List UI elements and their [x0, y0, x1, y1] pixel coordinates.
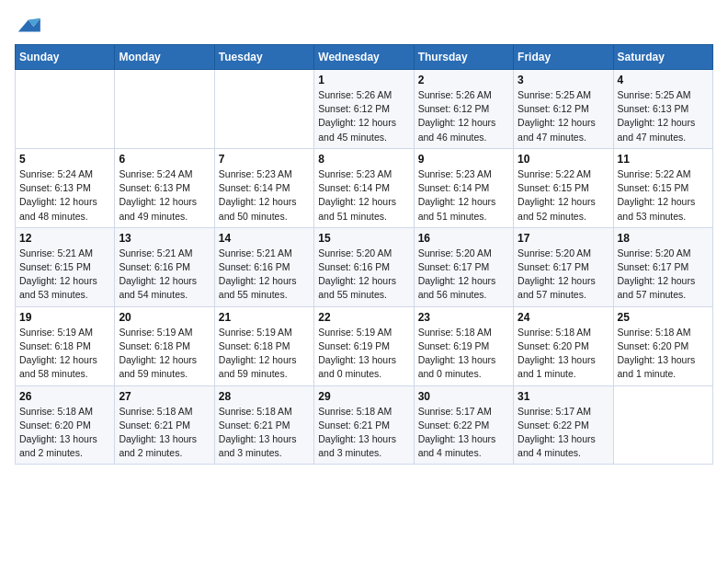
calendar-cell: 5Sunrise: 5:24 AM Sunset: 6:13 PM Daylig… [16, 148, 115, 227]
calendar-cell: 8Sunrise: 5:23 AM Sunset: 6:14 PM Daylig… [314, 148, 414, 227]
page-header [15, 15, 713, 37]
day-header-saturday: Saturday [613, 45, 712, 70]
day-info: Sunrise: 5:19 AM Sunset: 6:18 PM Dayligh… [219, 326, 310, 382]
calendar-cell: 21Sunrise: 5:19 AM Sunset: 6:18 PM Dayli… [214, 306, 313, 385]
calendar-cell: 26Sunrise: 5:18 AM Sunset: 6:20 PM Dayli… [16, 385, 115, 465]
day-number: 14 [219, 232, 310, 245]
day-info: Sunrise: 5:26 AM Sunset: 6:12 PM Dayligh… [418, 88, 509, 144]
day-number: 13 [119, 232, 210, 245]
day-info: Sunrise: 5:18 AM Sunset: 6:19 PM Dayligh… [418, 326, 509, 382]
calendar-week-row: 1Sunrise: 5:26 AM Sunset: 6:12 PM Daylig… [16, 70, 713, 149]
day-header-friday: Friday [514, 45, 613, 70]
day-info: Sunrise: 5:23 AM Sunset: 6:14 PM Dayligh… [318, 167, 409, 224]
day-info: Sunrise: 5:20 AM Sunset: 6:17 PM Dayligh… [518, 247, 609, 303]
day-info: Sunrise: 5:17 AM Sunset: 6:22 PM Dayligh… [418, 405, 509, 461]
day-info: Sunrise: 5:23 AM Sunset: 6:14 PM Dayligh… [219, 167, 310, 224]
day-header-thursday: Thursday [414, 45, 513, 70]
calendar-cell: 14Sunrise: 5:21 AM Sunset: 6:16 PM Dayli… [214, 227, 313, 306]
day-number: 4 [618, 74, 709, 86]
calendar-cell [214, 70, 313, 149]
day-info: Sunrise: 5:18 AM Sunset: 6:20 PM Dayligh… [19, 405, 110, 461]
calendar-cell: 9Sunrise: 5:23 AM Sunset: 6:14 PM Daylig… [414, 148, 513, 227]
calendar-cell [115, 70, 214, 149]
calendar-cell: 15Sunrise: 5:20 AM Sunset: 6:16 PM Dayli… [314, 227, 414, 306]
calendar-cell [613, 385, 712, 465]
day-info: Sunrise: 5:25 AM Sunset: 6:12 PM Dayligh… [518, 88, 609, 144]
calendar-cell: 7Sunrise: 5:23 AM Sunset: 6:14 PM Daylig… [214, 148, 313, 227]
day-number: 6 [119, 153, 210, 166]
day-info: Sunrise: 5:24 AM Sunset: 6:13 PM Dayligh… [19, 167, 110, 224]
day-info: Sunrise: 5:21 AM Sunset: 6:16 PM Dayligh… [119, 247, 210, 303]
day-number: 29 [318, 390, 409, 403]
day-info: Sunrise: 5:21 AM Sunset: 6:16 PM Dayligh… [219, 247, 310, 303]
calendar-cell: 19Sunrise: 5:19 AM Sunset: 6:18 PM Dayli… [16, 306, 115, 385]
day-number: 1 [318, 74, 409, 86]
calendar-week-row: 12Sunrise: 5:21 AM Sunset: 6:15 PM Dayli… [16, 227, 713, 306]
day-number: 26 [19, 390, 110, 403]
day-number: 21 [219, 311, 310, 324]
day-number: 24 [518, 311, 609, 324]
day-number: 20 [119, 311, 210, 324]
day-number: 17 [518, 232, 609, 245]
calendar-cell: 3Sunrise: 5:25 AM Sunset: 6:12 PM Daylig… [514, 70, 613, 149]
day-info: Sunrise: 5:22 AM Sunset: 6:15 PM Dayligh… [518, 167, 609, 224]
calendar-week-row: 19Sunrise: 5:19 AM Sunset: 6:18 PM Dayli… [16, 306, 713, 385]
day-info: Sunrise: 5:21 AM Sunset: 6:15 PM Dayligh… [19, 247, 110, 303]
calendar-cell: 17Sunrise: 5:20 AM Sunset: 6:17 PM Dayli… [514, 227, 613, 306]
calendar-cell: 12Sunrise: 5:21 AM Sunset: 6:15 PM Dayli… [16, 227, 115, 306]
day-number: 28 [219, 390, 310, 403]
day-info: Sunrise: 5:18 AM Sunset: 6:21 PM Dayligh… [219, 405, 310, 461]
calendar-cell: 20Sunrise: 5:19 AM Sunset: 6:18 PM Dayli… [115, 306, 214, 385]
day-info: Sunrise: 5:22 AM Sunset: 6:15 PM Dayligh… [618, 167, 709, 224]
calendar-cell: 27Sunrise: 5:18 AM Sunset: 6:21 PM Dayli… [115, 385, 214, 465]
day-header-tuesday: Tuesday [214, 45, 313, 70]
day-info: Sunrise: 5:20 AM Sunset: 6:17 PM Dayligh… [618, 247, 709, 303]
day-info: Sunrise: 5:18 AM Sunset: 6:20 PM Dayligh… [518, 326, 609, 382]
day-info: Sunrise: 5:23 AM Sunset: 6:14 PM Dayligh… [418, 167, 509, 224]
day-number: 8 [318, 153, 409, 166]
calendar-cell: 13Sunrise: 5:21 AM Sunset: 6:16 PM Dayli… [115, 227, 214, 306]
day-number: 7 [219, 153, 310, 166]
calendar-cell: 28Sunrise: 5:18 AM Sunset: 6:21 PM Dayli… [214, 385, 313, 465]
day-number: 30 [418, 390, 509, 403]
day-info: Sunrise: 5:18 AM Sunset: 6:21 PM Dayligh… [318, 405, 409, 461]
calendar-header-row: SundayMondayTuesdayWednesdayThursdayFrid… [16, 45, 713, 70]
calendar-cell: 4Sunrise: 5:25 AM Sunset: 6:13 PM Daylig… [613, 70, 712, 149]
day-number: 18 [618, 232, 709, 245]
day-number: 31 [518, 390, 609, 403]
day-info: Sunrise: 5:18 AM Sunset: 6:21 PM Dayligh… [119, 405, 210, 461]
day-info: Sunrise: 5:25 AM Sunset: 6:13 PM Dayligh… [618, 88, 709, 144]
day-number: 11 [618, 153, 709, 166]
day-number: 12 [19, 232, 110, 245]
day-number: 19 [19, 311, 110, 324]
day-info: Sunrise: 5:18 AM Sunset: 6:20 PM Dayligh… [618, 326, 709, 382]
calendar-table: SundayMondayTuesdayWednesdayThursdayFrid… [15, 44, 713, 465]
calendar-week-row: 26Sunrise: 5:18 AM Sunset: 6:20 PM Dayli… [16, 385, 713, 465]
calendar-cell: 24Sunrise: 5:18 AM Sunset: 6:20 PM Dayli… [514, 306, 613, 385]
day-number: 3 [518, 74, 609, 86]
day-info: Sunrise: 5:20 AM Sunset: 6:17 PM Dayligh… [418, 247, 509, 303]
day-number: 16 [418, 232, 509, 245]
day-number: 2 [418, 74, 509, 86]
day-info: Sunrise: 5:17 AM Sunset: 6:22 PM Dayligh… [518, 405, 609, 461]
calendar-cell: 2Sunrise: 5:26 AM Sunset: 6:12 PM Daylig… [414, 70, 513, 149]
day-number: 23 [418, 311, 509, 324]
calendar-cell: 11Sunrise: 5:22 AM Sunset: 6:15 PM Dayli… [613, 148, 712, 227]
calendar-cell: 23Sunrise: 5:18 AM Sunset: 6:19 PM Dayli… [414, 306, 513, 385]
day-number: 22 [318, 311, 409, 324]
calendar-cell [16, 70, 115, 149]
day-header-wednesday: Wednesday [314, 45, 414, 70]
logo-icon [15, 15, 40, 37]
calendar-cell: 22Sunrise: 5:19 AM Sunset: 6:19 PM Dayli… [314, 306, 414, 385]
calendar-cell: 31Sunrise: 5:17 AM Sunset: 6:22 PM Dayli… [514, 385, 613, 465]
day-info: Sunrise: 5:19 AM Sunset: 6:19 PM Dayligh… [318, 326, 409, 382]
day-number: 15 [318, 232, 409, 245]
day-info: Sunrise: 5:26 AM Sunset: 6:12 PM Dayligh… [318, 88, 409, 144]
calendar-cell: 16Sunrise: 5:20 AM Sunset: 6:17 PM Dayli… [414, 227, 513, 306]
calendar-cell: 18Sunrise: 5:20 AM Sunset: 6:17 PM Dayli… [613, 227, 712, 306]
calendar-week-row: 5Sunrise: 5:24 AM Sunset: 6:13 PM Daylig… [16, 148, 713, 227]
logo [15, 15, 44, 37]
day-number: 10 [518, 153, 609, 166]
day-number: 27 [119, 390, 210, 403]
day-info: Sunrise: 5:24 AM Sunset: 6:13 PM Dayligh… [119, 167, 210, 224]
